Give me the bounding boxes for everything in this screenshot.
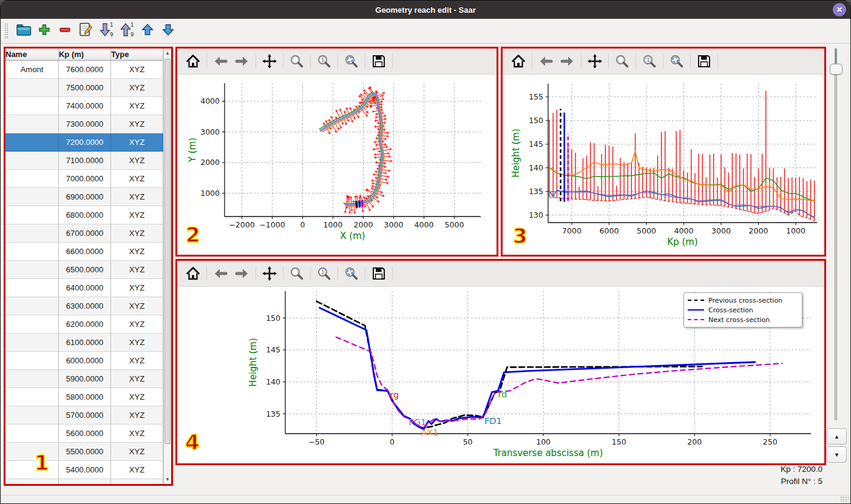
back-icon[interactable] [537, 52, 555, 70]
cell-kp[interactable]: 6600.0000 [59, 243, 111, 261]
cell-name[interactable] [5, 133, 59, 152]
cell-kp[interactable]: 5800.0000 [59, 388, 111, 406]
zoom-icon[interactable] [288, 264, 306, 283]
cell-kp[interactable]: 7500.0000 [59, 79, 111, 97]
table-row[interactable]: 6600.0000XYZ [5, 243, 163, 261]
profile-slider-track[interactable] [835, 48, 837, 420]
number-down-button[interactable]: 19 [97, 22, 115, 40]
cell-name[interactable] [5, 115, 59, 133]
cell-kp[interactable]: 6100.0000 [59, 334, 111, 352]
open-button[interactable] [15, 22, 33, 40]
number-up-button[interactable]: 19 [118, 22, 136, 40]
save-icon[interactable] [695, 52, 713, 70]
move-down-button[interactable] [159, 22, 177, 40]
column-header-type[interactable]: Type [111, 49, 163, 61]
cell-name[interactable] [5, 334, 59, 352]
cell-kp[interactable]: 6800.0000 [59, 206, 111, 224]
cell-name[interactable] [5, 461, 59, 479]
home-icon[interactable] [184, 264, 202, 283]
cell-kp[interactable]: 5700.0000 [59, 406, 111, 425]
cell-type[interactable]: XYZ [111, 79, 163, 97]
cell-kp[interactable]: 5600.0000 [59, 425, 111, 443]
table-row[interactable]: 6000.0000XYZ [5, 352, 163, 370]
column-header-name[interactable]: Name [5, 49, 59, 61]
save-icon[interactable] [370, 52, 388, 70]
cell-name[interactable] [5, 206, 59, 224]
cross-section-table[interactable]: Name Kp (m) Type Amont7600.0000XYZ7500.0… [5, 49, 163, 484]
configure-subplots-icon[interactable] [668, 52, 686, 70]
forward-icon[interactable] [233, 52, 251, 70]
cell-name[interactable] [5, 479, 59, 484]
cell-kp[interactable]: 7400.0000 [59, 97, 111, 115]
cell-kp[interactable]: 7000.0000 [59, 170, 111, 188]
title-bar[interactable]: Geometry reach edit - Saar ✕ [1, 1, 850, 19]
cell-kp[interactable]: 6200.0000 [59, 315, 111, 334]
home-icon[interactable] [509, 52, 527, 70]
close-button[interactable]: ✕ [833, 3, 846, 16]
cell-type[interactable]: XYZ [111, 334, 163, 352]
table-header[interactable]: Name Kp (m) Type [5, 49, 163, 61]
cell-kp[interactable]: 5400.0000 [59, 461, 111, 479]
table-row[interactable]: 6500.0000XYZ [5, 261, 163, 279]
cell-name[interactable] [5, 406, 59, 425]
remove-row-button[interactable] [56, 22, 74, 40]
add-row-button[interactable] [35, 22, 53, 40]
edit-button[interactable] [76, 22, 95, 40]
zoom-icon[interactable] [288, 52, 306, 70]
pan-icon[interactable] [260, 52, 279, 70]
cell-kp[interactable]: 6000.0000 [59, 352, 111, 370]
profile-up-button[interactable]: ▲ [827, 428, 847, 445]
cell-kp[interactable]: 6500.0000 [59, 261, 111, 279]
pan-icon[interactable] [586, 52, 604, 70]
cell-name[interactable] [5, 79, 59, 97]
cell-name[interactable] [5, 315, 59, 334]
cell-name[interactable] [5, 279, 59, 297]
cell-kp[interactable]: 6900.0000 [59, 188, 111, 206]
table-scrollbar[interactable]: ▲ ▼ [163, 49, 171, 484]
cell-name[interactable] [5, 443, 59, 461]
scroll-up-icon[interactable]: ▲ [164, 49, 171, 58]
column-header-kp[interactable]: Kp (m) [59, 49, 111, 61]
configure-subplots-icon[interactable] [342, 52, 361, 70]
cell-kp[interactable]: 7300.0000 [59, 115, 111, 133]
table-row[interactable]: 7200.0000XYZ [5, 133, 163, 152]
plan-view-chart[interactable]: −2000−1000010002000300040005000100020003… [177, 75, 497, 255]
cell-type[interactable]: XYZ [111, 406, 163, 425]
zoom-icon[interactable] [613, 52, 631, 70]
cell-type[interactable]: XYZ [111, 479, 163, 484]
cell-name[interactable] [5, 224, 59, 243]
table-row[interactable]: Amont7600.0000XYZ [5, 61, 163, 79]
cell-type[interactable]: XYZ [111, 425, 163, 443]
cell-name[interactable] [5, 261, 59, 279]
forward-icon[interactable] [558, 52, 577, 70]
configure-subplots-icon[interactable] [342, 264, 361, 283]
cell-type[interactable]: XYZ [111, 115, 163, 133]
cell-type[interactable]: XYZ [111, 443, 163, 461]
cell-kp[interactable]: 7200.0000 [59, 133, 111, 152]
back-icon[interactable] [211, 264, 229, 283]
cell-type[interactable]: XYZ [111, 297, 163, 315]
table-row[interactable]: 6800.0000XYZ [5, 206, 163, 224]
table-row[interactable]: 6200.0000XYZ [5, 315, 163, 334]
cell-type[interactable]: XYZ [111, 170, 163, 188]
cell-type[interactable]: XYZ [111, 388, 163, 406]
table-row[interactable]: 5900.0000XYZ [5, 370, 163, 388]
table-row[interactable]: 7000.0000XYZ [5, 170, 163, 188]
pan-icon[interactable] [260, 264, 279, 283]
resize-grip[interactable] [840, 496, 849, 502]
cell-name[interactable] [5, 297, 59, 315]
scrollbar-thumb[interactable] [164, 59, 171, 444]
table-row[interactable]: 7100.0000XYZ [5, 152, 163, 170]
cell-type[interactable]: XYZ [111, 261, 163, 279]
back-icon[interactable] [211, 52, 229, 70]
cell-name[interactable] [5, 170, 59, 188]
cell-name[interactable] [5, 352, 59, 370]
cell-type[interactable]: XYZ [111, 152, 163, 170]
table-row[interactable]: 6300.0000XYZ [5, 297, 163, 315]
toolbar-grip[interactable] [4, 23, 8, 39]
forward-icon[interactable] [233, 264, 251, 283]
scrollbar-track[interactable] [164, 58, 171, 475]
save-icon[interactable] [370, 264, 388, 283]
table-row[interactable]: 7400.0000XYZ [5, 97, 163, 115]
cell-type[interactable]: XYZ [111, 279, 163, 297]
